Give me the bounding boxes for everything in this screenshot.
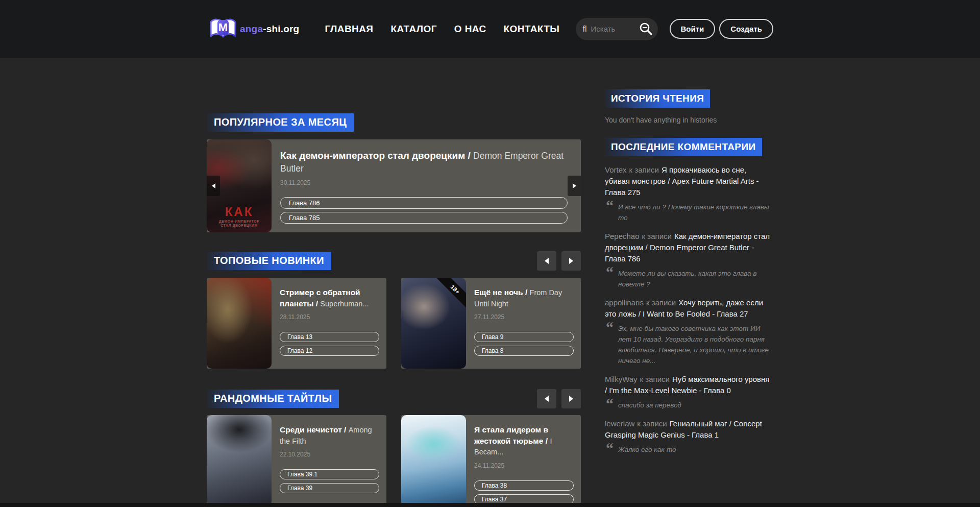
comment-manga-link[interactable]: Я прокачиваюсь во сне, убивая монстров /… <box>605 165 759 197</box>
comment-item: MilkyWayк записиНуб максимального уровня… <box>605 374 773 411</box>
chapter-list: Глава 13 Глава 12 <box>280 332 377 356</box>
login-button[interactable]: Войти <box>670 19 716 39</box>
manga-title-link[interactable]: Среди нечистот / Among the Filth <box>280 424 377 446</box>
comments-list: Vortexк записиЯ прокачиваюсь во сне, уби… <box>605 164 773 455</box>
featured-prev-button[interactable] <box>207 176 220 196</box>
manga-title-link[interactable]: Как демон-император стал дворецким / Dem… <box>280 150 568 175</box>
comment-item: Vortexк записиЯ прокачиваюсь во сне, уби… <box>605 164 773 224</box>
sidebar: ИСТОРИЯ ЧТЕНИЯ You don't have anything i… <box>605 89 773 503</box>
comment-username: appollinaris <box>605 298 644 307</box>
cards-row: Стример с обратной планеты / Superhuman.… <box>207 278 581 369</box>
comment-text: Можете ли вы сказать, какая это глава в … <box>618 268 773 290</box>
chapter-link[interactable]: Глава 39.1 <box>280 469 379 479</box>
featured-next-button[interactable] <box>568 176 581 196</box>
chapter-link[interactable]: Глава 9 <box>474 332 574 342</box>
nav-contacts[interactable]: КОНТАКТЫ <box>504 23 560 35</box>
chapter-link[interactable]: Глава 8 <box>474 346 574 356</box>
update-date: 27.11.2025 <box>474 313 572 321</box>
quote-icon: “ <box>606 444 612 455</box>
quote-icon: “ <box>606 268 612 290</box>
manga-card: Стример с обратной планеты / Superhuman.… <box>207 278 386 369</box>
chevron-right-icon <box>569 258 573 264</box>
comment-text: спасибо за перевод <box>618 400 681 411</box>
header: M anga-shi.org ГЛАВНАЯ КАТАЛОГ О НАС КОН… <box>0 0 980 58</box>
search-input[interactable] <box>591 25 639 33</box>
cover-image[interactable] <box>207 278 272 369</box>
cover-image[interactable] <box>401 415 466 503</box>
open-book-icon: M <box>209 17 237 41</box>
quote-icon: “ <box>606 323 612 367</box>
manga-title-link[interactable]: Ещё не ночь / From Day Until Night <box>474 287 572 309</box>
site-logo[interactable]: M anga-shi.org <box>209 17 299 41</box>
logo-text: anga-shi.org <box>240 23 299 35</box>
carousel-prev-button[interactable] <box>537 251 556 271</box>
comment-username: Vortex <box>605 165 627 174</box>
update-date: 28.11.2025 <box>280 313 377 321</box>
manga-card: 18+ Ещё не ночь / From Day Until Night 2… <box>401 278 581 369</box>
comments-title: ПОСЛЕДНИЕ КОММЕНТАРИИ <box>605 138 762 156</box>
comment-text: И все что ли ? Почему такие короткие гла… <box>618 202 773 224</box>
history-empty-text: You don't have anything in histories <box>605 116 773 124</box>
manga-title-link[interactable]: Стример с обратной планеты / Superhuman.… <box>280 287 377 309</box>
manga-title-link[interactable]: Я стала лидером в жестокой тюрьме / I Be… <box>474 424 572 457</box>
comment-username: MilkyWay <box>605 375 638 383</box>
carousel-next-button[interactable] <box>561 251 581 271</box>
chevron-right-icon <box>569 396 573 402</box>
cards-row: Среди нечистот / Among the Filth 22.10.2… <box>207 415 581 503</box>
update-date: 24.11.2025 <box>474 462 572 469</box>
age-rating-badge: 18+ <box>435 278 466 310</box>
chapter-list: Глава 38 Глава 37 <box>474 480 572 503</box>
comment-text: Жалко его как-то <box>618 444 676 455</box>
section-title-popular: ПОПУЛЯРНОЕ ЗА МЕСЯЦ <box>207 113 354 132</box>
comment-item: lewerlawк записиГениальный маг / Concept… <box>605 418 773 455</box>
carousel-next-button[interactable] <box>561 389 581 408</box>
cover-image[interactable]: 18+ <box>401 278 466 369</box>
chapter-link[interactable]: Глава 39 <box>280 483 379 493</box>
register-button[interactable]: Создать <box>719 19 773 39</box>
chevron-left-icon <box>545 258 549 264</box>
comment-username: Pepechao <box>605 232 640 240</box>
chapter-link[interactable]: Глава 13 <box>280 332 379 342</box>
chapter-link[interactable]: Глава 785 <box>280 212 568 224</box>
comment-text: Эх, мне бы такого советчика как этот ИИ … <box>618 323 773 367</box>
carousel-controls <box>537 389 581 408</box>
main-column: ПОПУЛЯРНОЕ ЗА МЕСЯЦ КАК ДЕМОН-ИМПЕРАТОР … <box>207 89 581 503</box>
section-title-top-new: ТОПОВЫЕ НОВИНКИ <box>207 252 331 270</box>
nav-home[interactable]: ГЛАВНАЯ <box>325 23 373 35</box>
chevron-right-icon <box>573 183 576 188</box>
card-body: Как демон-император стал дворецким / Dem… <box>272 139 581 232</box>
manga-card: Я стала лидером в жестокой тюрьме / I Be… <box>401 415 581 503</box>
carousel-prev-button[interactable] <box>537 389 556 408</box>
chapter-link[interactable]: Глава 12 <box>280 346 379 356</box>
page-content: ПОПУЛЯРНОЕ ЗА МЕСЯЦ КАК ДЕМОН-ИМПЕРАТОР … <box>207 58 773 503</box>
section-title-random: РАНДОМНЫЕ ТАЙТЛЫ <box>207 390 339 408</box>
chapter-list: Глава 9 Глава 8 <box>474 332 572 356</box>
zoom-out-magnifier-icon <box>639 22 653 36</box>
chapter-link[interactable]: Глава 786 <box>280 197 568 209</box>
cover-caption: КАК ДЕМОН-ИМПЕРАТОР СТАЛ ДВОРЕЦКИМ <box>207 204 272 229</box>
chevron-left-icon <box>212 183 215 188</box>
chapter-link[interactable]: Глава 38 <box>474 480 574 491</box>
chapter-list: Глава 39.1 Глава 39 <box>280 469 377 493</box>
search-submit-button[interactable] <box>639 22 653 36</box>
quote-icon: “ <box>606 202 612 224</box>
chevron-left-icon <box>545 396 549 402</box>
carousel-controls <box>537 251 581 271</box>
quote-icon: “ <box>606 400 612 411</box>
main-nav: ГЛАВНАЯ КАТАЛОГ О НАС КОНТАКТЫ <box>325 23 559 35</box>
manga-card: Среди нечистот / Among the Filth 22.10.2… <box>207 415 386 503</box>
comment-item: appollinarisк записиХочу верить, даже ес… <box>605 297 773 367</box>
comment-item: Pepechaoк записиКак демон-император стал… <box>605 231 773 290</box>
comment-username: lewerlaw <box>605 419 634 428</box>
chapter-link[interactable]: Глава 37 <box>474 494 574 503</box>
update-date: 30.11.2025 <box>280 179 568 186</box>
nav-catalog[interactable]: КАТАЛОГ <box>390 23 436 35</box>
history-title: ИСТОРИЯ ЧТЕНИЯ <box>605 89 710 108</box>
nav-about[interactable]: О НАС <box>454 23 486 35</box>
cover-image[interactable] <box>207 415 272 503</box>
search-box[interactable]: fl <box>576 18 658 40</box>
footer-strip <box>0 503 980 507</box>
logo-monogram: M <box>218 21 228 34</box>
featured-manga-card: КАК ДЕМОН-ИМПЕРАТОР СТАЛ ДВОРЕЦКИМ Как д… <box>207 139 581 232</box>
update-date: 22.10.2025 <box>280 451 377 458</box>
